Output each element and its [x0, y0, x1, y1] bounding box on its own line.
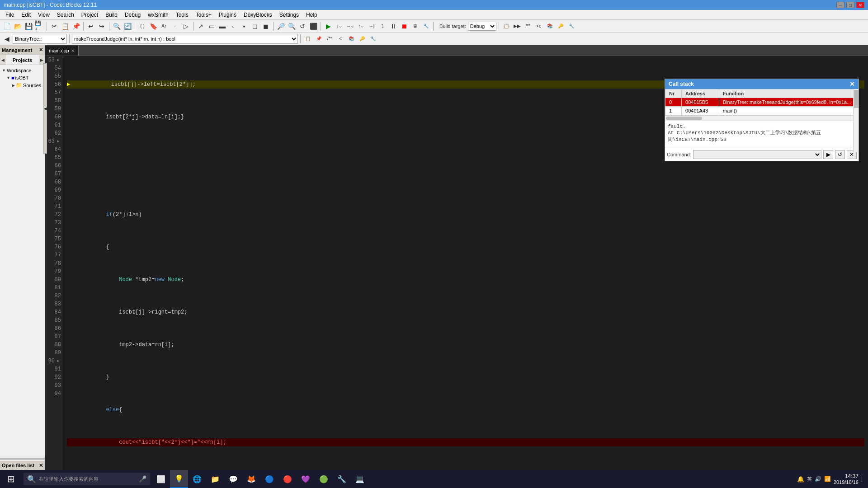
code-line-63[interactable]: else {: [67, 406, 864, 414]
debug-info2[interactable]: 🔧: [421, 21, 431, 31]
tab-projects[interactable]: Projects: [6, 55, 39, 65]
debug-extra2[interactable]: ▶▶: [512, 21, 522, 31]
cs-hscroll-thumb[interactable]: [666, 117, 702, 120]
method-dropdown[interactable]: makeTreeandJudge(int* ln, int* rn, int n…: [72, 34, 298, 44]
stop-btn[interactable]: ⬛: [308, 21, 318, 31]
taskbar-app1[interactable]: 🦊: [242, 470, 260, 488]
taskbar-search[interactable]: 🔍 在这里输入你要搜索的内容 🎤: [24, 473, 150, 485]
tab-close-btn[interactable]: ✕: [71, 48, 75, 53]
rect2-btn[interactable]: ▬: [217, 21, 227, 31]
code-line-56[interactable]: [67, 178, 864, 186]
find-button[interactable]: 🔍: [112, 21, 122, 31]
btn-b[interactable]: ·: [170, 21, 180, 31]
save-all-button[interactable]: 💾+: [34, 21, 44, 31]
menu-doxyblocks[interactable]: DoxyBlocks: [240, 11, 276, 19]
taskbar-app5[interactable]: 🟢: [315, 470, 333, 488]
save-button[interactable]: 💾: [24, 21, 33, 31]
taskbar-show-desktop[interactable]: |: [861, 476, 863, 482]
code-line-60[interactable]: iscbt[j]->right=tmp2;: [67, 308, 864, 316]
zoom-out[interactable]: 🔍: [287, 21, 297, 31]
cs-row-1[interactable]: 1 00401A43 main(): [665, 107, 859, 115]
btn-c[interactable]: ▷: [181, 21, 191, 31]
rect4-btn[interactable]: ▪: [239, 21, 249, 31]
menu-tools[interactable]: Tools: [172, 11, 192, 19]
menu-plugins[interactable]: Plugins: [215, 11, 240, 19]
taskview-button[interactable]: ⬜: [152, 470, 170, 488]
panel-collapse-btn[interactable]: ◀: [43, 63, 47, 154]
cs-vscroll[interactable]: [853, 89, 859, 152]
redo-button[interactable]: ↪: [97, 21, 107, 31]
debug-step-into[interactable]: ↓⬦: [334, 21, 344, 31]
match-button[interactable]: { }: [137, 21, 147, 31]
rect6-btn[interactable]: ◼: [261, 21, 271, 31]
code-line-61[interactable]: tmp2->data=rn[i];: [67, 341, 864, 349]
cs-cmd-refresh[interactable]: ↺: [835, 150, 845, 159]
menu-toolsplus[interactable]: Tools+: [192, 11, 215, 19]
taskbar-app4[interactable]: 💜: [297, 470, 315, 488]
sources-item[interactable]: ▶ 📁 Sources: [0, 81, 45, 89]
taskbar-explorer[interactable]: 📁: [206, 470, 224, 488]
taskbar-app7[interactable]: 💻: [351, 470, 369, 488]
debug-extra7[interactable]: 🔧: [566, 21, 576, 31]
rect-btn[interactable]: ▭: [207, 21, 217, 31]
taskbar-app3[interactable]: 🔴: [278, 470, 297, 488]
code-line-64[interactable]: cout<<"iscbt["<<2*j<<"]="<<rn[i];: [67, 438, 864, 446]
cs-command-dropdown[interactable]: [693, 150, 821, 159]
taskbar-app2[interactable]: 🔵: [260, 470, 278, 488]
debug-run[interactable]: ▶: [323, 21, 333, 31]
code-line-62[interactable]: }: [67, 373, 864, 381]
menu-wxsmith[interactable]: wxSmith: [144, 11, 172, 19]
workspace-item[interactable]: ▼ Workspace: [0, 67, 45, 74]
debug-extra4[interactable]: <c: [534, 21, 544, 31]
minimize-button[interactable]: ─: [836, 2, 844, 8]
refresh-btn[interactable]: ↺: [297, 21, 307, 31]
zoom-in[interactable]: 🔎: [276, 21, 286, 31]
taskbar-app6[interactable]: 🔧: [333, 470, 351, 488]
undo-button[interactable]: ↩: [86, 21, 96, 31]
nav-back[interactable]: ◀: [2, 34, 12, 44]
menu-project[interactable]: Project: [78, 11, 102, 19]
nav-extra7[interactable]: 🔧: [368, 34, 378, 44]
nav-extra4[interactable]: <: [335, 34, 345, 44]
menu-view[interactable]: View: [34, 11, 53, 19]
menu-search[interactable]: Search: [53, 11, 78, 19]
debug-extra1[interactable]: 📋: [501, 21, 511, 31]
debug-extra5[interactable]: 📚: [545, 21, 555, 31]
menu-help[interactable]: Help: [302, 11, 321, 19]
fold-63[interactable]: ▶: [56, 139, 61, 144]
build-target-select[interactable]: Debug Release: [468, 22, 496, 31]
debug-extra3[interactable]: /**: [523, 21, 533, 31]
debug-step-out[interactable]: ↑⬦: [356, 21, 366, 31]
menu-build[interactable]: Build: [102, 11, 121, 19]
cut-button[interactable]: ✂: [49, 21, 59, 31]
open-button[interactable]: 📂: [13, 21, 23, 31]
cs-cmd-run[interactable]: ▶: [823, 150, 833, 159]
arrow-btn[interactable]: ↗: [196, 21, 206, 31]
start-button[interactable]: ⊞: [0, 470, 22, 488]
fold-90[interactable]: ▶: [56, 358, 61, 364]
debug-info1[interactable]: 🖥: [410, 21, 420, 31]
replace-button[interactable]: 🔄: [123, 21, 132, 31]
class-dropdown[interactable]: BinaryTree::: [13, 34, 67, 44]
fold-53[interactable]: ▶: [56, 57, 61, 63]
nav-extra3[interactable]: /**: [325, 34, 335, 44]
copy-button[interactable]: 📋: [60, 21, 70, 31]
bookmark-button[interactable]: 🔖: [148, 21, 158, 31]
debug-step-over[interactable]: →⬦: [345, 21, 355, 31]
nav-extra2[interactable]: 📌: [314, 34, 324, 44]
close-button[interactable]: ✕: [856, 2, 864, 8]
debug-extra6[interactable]: 🔑: [556, 21, 566, 31]
debug-pause[interactable]: ⏸: [388, 21, 398, 31]
debug-next[interactable]: ⤵: [377, 21, 387, 31]
nav-extra6[interactable]: 🔑: [357, 34, 367, 44]
menu-edit[interactable]: Edit: [18, 11, 34, 19]
maximize-button[interactable]: □: [846, 2, 854, 8]
menu-file[interactable]: File: [2, 11, 18, 19]
taskbar-codeblocks[interactable]: 💡: [170, 470, 188, 488]
panel-next-arrow[interactable]: ▶: [39, 58, 45, 62]
panel-prev-arrow[interactable]: ◀: [0, 58, 6, 62]
debug-stop[interactable]: ⏹: [399, 21, 409, 31]
cs-row-0[interactable]: 0 004015B5 BinaryTree::makeTreeandJudge(…: [665, 98, 859, 107]
editor-tab-maincpp[interactable]: main.cpp ✕: [45, 46, 79, 56]
open-files-close[interactable]: ✕: [39, 463, 43, 469]
